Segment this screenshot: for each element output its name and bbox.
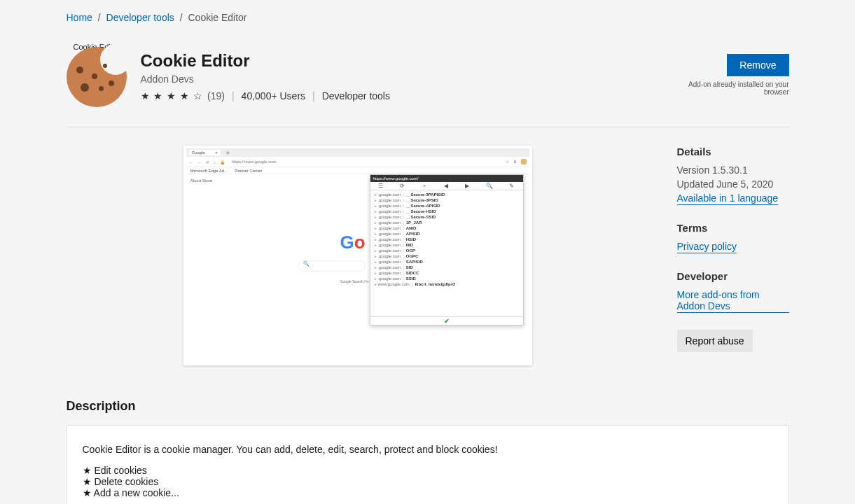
description-intro: Cookie Editor is a cookie manager. You c… [83,444,773,455]
description-heading: Description [67,399,789,414]
details-heading: Details [677,146,789,158]
feature-line: ★ Edit cookies [83,465,773,476]
user-count: 40,000+ Users [242,90,305,102]
feature-line: ★ Delete cookies [83,476,773,487]
breadcrumb: Home / Developer tools / Cookie Editor [67,0,789,31]
updated-text: Updated June 5, 2020 [677,178,789,190]
category-link[interactable]: Developer tools [322,90,390,102]
google-searchbox [298,260,366,272]
google-logo: Go [340,232,366,253]
page-title: Cookie Editor [141,51,677,71]
cookie-popup: https://www.google.com/ ☰⟳＋◀▶🔍✎ ▸.google… [370,174,524,326]
breadcrumb-category[interactable]: Developer tools [106,12,174,23]
description-card: Cookie Editor is a cookie manager. You c… [67,425,789,504]
author-name: Addon Devs [141,74,677,85]
screenshot-preview[interactable]: Google ＋ ←→⟳⌂🔒 https://www.google.com ☆⬇… [183,146,532,365]
extension-toolbar-icon [521,159,527,164]
report-abuse-button[interactable]: Report abuse [677,330,753,352]
plus-icon: ＋ [225,148,231,158]
rating-count: (19) [207,90,225,102]
rating-stars[interactable]: ★ ★ ★ ★ ☆ [141,90,204,102]
divider [67,127,789,127]
checkmark-icon: ✔ [370,316,523,325]
version-text: Version 1.5.30.1 [677,164,789,176]
preview-url: https://www.google.com [232,160,505,164]
popup-title: https://www.google.com/ [370,175,523,182]
bookmark-item: Microsoft Edge Ad... [190,169,228,173]
breadcrumb-home[interactable]: Home [67,12,92,23]
more-addons-link[interactable]: More add-ons from Addon Devs [677,289,789,313]
developer-heading: Developer [677,270,789,282]
language-link[interactable]: Available in 1 language [677,192,779,205]
preview-tab: Google [189,150,221,155]
remove-button[interactable]: Remove [727,54,788,76]
privacy-link[interactable]: Privacy policy [677,241,737,253]
bookmark-item: Partner Center [235,169,262,173]
google-nav: About Store [190,178,213,183]
breadcrumb-current: Cookie Editor [188,12,246,23]
terms-heading: Terms [677,222,789,234]
extension-icon [67,47,127,107]
feature-line: ★ Add a new cookie... [83,487,773,498]
installed-note: Add-on already installed on your browser [677,80,789,96]
